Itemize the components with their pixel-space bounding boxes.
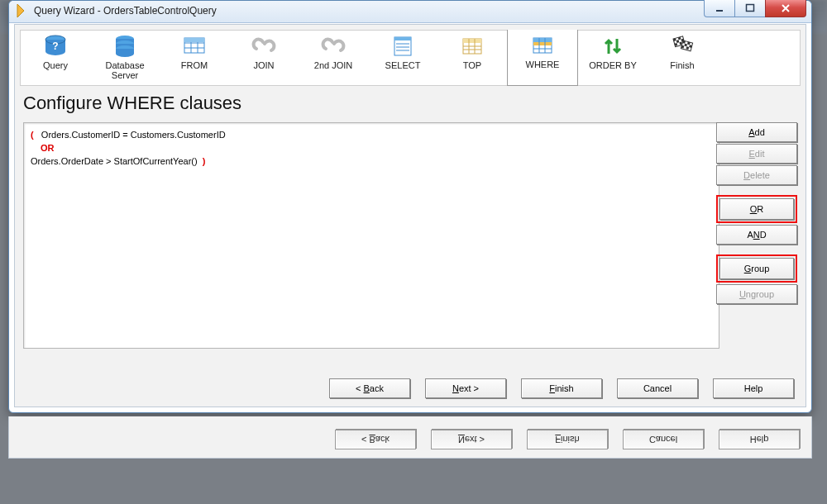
- next-button: Next >: [431, 430, 512, 449]
- background-window: < Back Next > Finish Cancel Help: [8, 416, 812, 459]
- cancel-button: Cancel: [623, 430, 704, 449]
- svg-rect-32: [533, 38, 552, 42]
- step-select[interactable]: SELECT: [368, 31, 437, 85]
- step-label: FROM: [181, 60, 208, 70]
- step-2nd-join[interactable]: 2nd JOIN: [299, 31, 368, 85]
- step-where[interactable]: WHERE: [507, 30, 578, 86]
- clause-line: Orders.OrderDate > StartOfCurrentYear() …: [31, 155, 712, 168]
- wizard-nav: < Back Next > Finish Cancel Help: [15, 378, 805, 400]
- checkered-flags-icon: [668, 34, 696, 59]
- sort-arrows-icon: [599, 34, 627, 59]
- window-title: Query Wizard - OrdersTableControlQuery: [34, 5, 217, 17]
- grid-top-icon: [458, 34, 486, 59]
- step-label: ORDER BY: [589, 60, 636, 70]
- and-button[interactable]: AND: [716, 225, 797, 245]
- svg-rect-19: [184, 38, 204, 42]
- svg-rect-21: [394, 37, 411, 40]
- chain-link-icon: [250, 34, 278, 59]
- edit-button[interactable]: Edit: [716, 144, 797, 164]
- finish-button[interactable]: Finish: [521, 378, 602, 398]
- step-label: WHERE: [526, 59, 560, 69]
- filter-grid-icon: [528, 33, 557, 58]
- svg-rect-26: [463, 39, 481, 43]
- svg-rect-0: [716, 10, 723, 12]
- step-finish[interactable]: Finish: [648, 31, 717, 85]
- database-stack-icon: [111, 34, 139, 59]
- titlebar: Query Wizard - OrdersTableControlQuery: [9, 1, 811, 23]
- svg-rect-33: [533, 42, 552, 45]
- step-database-server[interactable]: Database Server: [90, 31, 160, 85]
- step-label: Database Server: [105, 60, 144, 80]
- step-query[interactable]: ? Query: [21, 31, 90, 85]
- back-button[interactable]: < Back: [329, 378, 410, 398]
- step-from[interactable]: FROM: [160, 31, 229, 85]
- wizard-nav-reflection: < Back Next > Finish Cancel Help: [9, 428, 811, 449]
- svg-text:?: ?: [52, 40, 58, 52]
- open-paren: (: [31, 130, 34, 140]
- step-label: JOIN: [253, 60, 274, 70]
- or-button[interactable]: OR: [719, 198, 794, 220]
- next-button[interactable]: Next >: [425, 378, 506, 398]
- step-label: SELECT: [385, 60, 421, 70]
- help-button[interactable]: Help: [713, 378, 794, 398]
- maximize-button[interactable]: [734, 0, 766, 17]
- page-title: Configure WHERE clauses: [23, 93, 241, 114]
- finish-button: Finish: [527, 430, 608, 449]
- wizard-window: Query Wizard - OrdersTableControlQuery: [8, 0, 812, 413]
- step-join[interactable]: JOIN: [229, 31, 299, 85]
- close-button[interactable]: [765, 0, 806, 17]
- step-order-by[interactable]: ORDER BY: [578, 31, 648, 85]
- list-select-icon: [389, 34, 417, 59]
- help-button: Help: [719, 430, 800, 449]
- back-button: < Back: [335, 430, 416, 449]
- database-question-icon: ?: [41, 34, 69, 59]
- step-label: Query: [43, 60, 68, 70]
- highlight-box: OR: [716, 195, 797, 223]
- step-label: Finish: [670, 60, 694, 70]
- app-icon: [16, 4, 26, 17]
- highlight-box: Group: [716, 254, 797, 283]
- step-label: TOP: [463, 60, 481, 70]
- minimize-button[interactable]: [704, 0, 735, 17]
- svg-rect-1: [747, 5, 754, 12]
- add-button[interactable]: Add: [716, 122, 797, 142]
- ungroup-button[interactable]: Ungroup: [716, 284, 797, 304]
- side-buttons: Add Edit Delete OR AND Group Ungroup: [716, 122, 797, 304]
- cancel-button[interactable]: Cancel: [617, 378, 698, 398]
- step-label: 2nd JOIN: [314, 60, 352, 70]
- clause-line: ( Orders.CustomerID = Customers.Customer…: [31, 128, 712, 141]
- clause-text: Orders.CustomerID = Customers.CustomerID: [41, 130, 226, 140]
- group-button[interactable]: Group: [719, 258, 794, 279]
- close-paren: ): [203, 156, 206, 166]
- step-top[interactable]: TOP: [437, 31, 507, 85]
- chain-link-icon: [319, 34, 347, 59]
- client-area: ? Query Database Server FROM: [14, 24, 806, 407]
- delete-button[interactable]: Delete: [716, 165, 797, 185]
- clause-text: Orders.OrderDate > StartOfCurrentYear(): [31, 156, 198, 166]
- clause-or-keyword: OR: [41, 141, 712, 155]
- step-toolbar: ? Query Database Server FROM: [20, 30, 801, 86]
- where-clause-editor[interactable]: ( Orders.CustomerID = Customers.Customer…: [23, 122, 719, 349]
- svg-point-13: [116, 50, 134, 57]
- table-icon: [180, 34, 208, 59]
